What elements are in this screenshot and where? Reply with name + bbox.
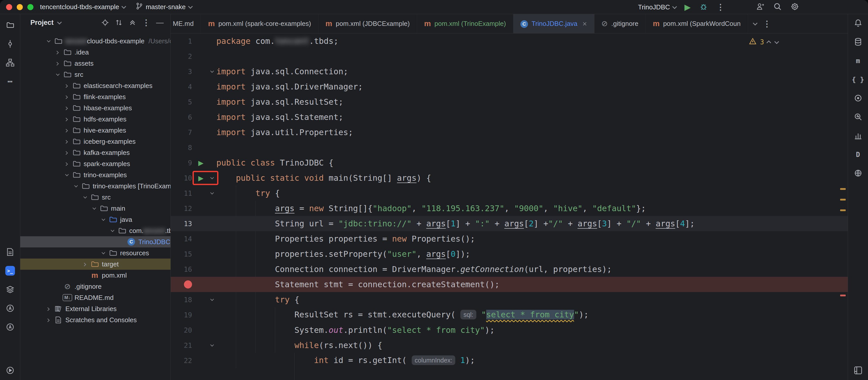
code-text[interactable]: try { — [216, 188, 848, 198]
more-tools-icon[interactable]: ⋯ — [4, 76, 16, 87]
line-number[interactable]: 19 — [171, 311, 195, 319]
dependencies-d-icon[interactable]: D — [852, 149, 864, 160]
line-number[interactable]: 4 — [171, 83, 195, 91]
line-number[interactable]: 13 — [171, 220, 195, 228]
chevron-right-icon[interactable] — [61, 129, 71, 131]
tree-item-hdfs-examples[interactable]: hdfs-examples — [20, 114, 170, 125]
fold-chevron-icon[interactable] — [207, 344, 216, 347]
line-number[interactable]: 9 — [171, 159, 195, 167]
chevron-down-icon[interactable] — [43, 40, 53, 42]
tree-item-resources[interactable]: resources — [20, 247, 170, 259]
close-button[interactable] — [6, 4, 12, 10]
chevron-down-icon[interactable] — [70, 185, 81, 187]
code-text[interactable]: public static void main(String[] args) { — [216, 173, 848, 183]
close-tab-icon[interactable]: × — [583, 20, 587, 28]
tab-pom-xml-jdbcexample[interactable]: mpom.xml (JDBCExample) — [318, 14, 417, 33]
chevron-right-icon[interactable] — [61, 118, 71, 120]
run-button[interactable]: ▶ — [684, 3, 691, 11]
fold-chevron-icon[interactable] — [207, 70, 216, 73]
settings-gear-icon[interactable] — [790, 2, 799, 12]
line-number[interactable]: 20 — [171, 326, 195, 334]
chevron-down-icon[interactable] — [89, 207, 99, 210]
code-text[interactable]: while(rs.next()) { — [216, 341, 848, 350]
line-number[interactable]: 1 — [171, 37, 195, 45]
commit-icon[interactable] — [4, 38, 16, 50]
tree-item-src[interactable]: src — [20, 192, 170, 203]
tree-item-trino-examples-trinoexample[interactable]: trino-examples [TrinoExample] — [20, 180, 170, 192]
chevron-right-icon[interactable] — [43, 319, 53, 321]
code-text[interactable]: try { — [216, 295, 848, 304]
project-panel-title[interactable]: Project — [30, 19, 54, 27]
run-anything-icon[interactable] — [4, 364, 16, 376]
minimize-button[interactable] — [17, 4, 23, 10]
chevron-down-icon[interactable] — [98, 252, 108, 254]
chevron-right-icon[interactable] — [43, 308, 53, 310]
line-number[interactable]: 3 — [171, 68, 195, 76]
line-number[interactable]: 12 — [171, 205, 195, 212]
line-number[interactable]: 22 — [171, 357, 195, 364]
code-text[interactable]: ResultSet rs = stmt.executeQuery( sql: "… — [216, 310, 848, 320]
chevron-right-icon[interactable] — [61, 95, 71, 98]
profiler-icon[interactable] — [852, 111, 864, 123]
code-text[interactable]: import java.sql.Connection; — [216, 67, 848, 76]
tree-item-kafka-examples[interactable]: kafka-examples — [20, 147, 170, 158]
vcs-branch-widget[interactable]: master-snake — [135, 2, 191, 12]
chevron-right-icon[interactable] — [61, 140, 71, 143]
notes-icon[interactable] — [4, 246, 16, 258]
line-number[interactable]: 21 — [171, 342, 195, 349]
line-number[interactable]: 8 — [171, 144, 195, 152]
tab-pom-xml-spark-core-examples[interactable]: mpom.xml (spark-core-examples) — [201, 14, 318, 33]
tree-item-assets[interactable]: assets — [20, 58, 170, 69]
gradle-icon[interactable] — [852, 92, 864, 104]
tree-item-cloud-tbds-example[interactable]: tencentcloud-tbds-example/Users/code/ten — [20, 35, 170, 47]
maven-m-icon[interactable]: m — [852, 55, 864, 66]
code-text[interactable]: public class TrinoJDBC { — [216, 158, 848, 168]
code-text[interactable]: Statement stmt = connection.createStatem… — [216, 280, 848, 289]
project-widget[interactable]: tencentcloud-tbds-example — [40, 3, 125, 11]
line-number[interactable]: 5 — [171, 98, 195, 106]
line-number[interactable]: 18 — [171, 296, 195, 304]
tree-item-spark-examples[interactable]: spark-examples — [20, 158, 170, 169]
tree-item-elasticsearch-examples[interactable]: elasticsearch-examples — [20, 80, 170, 91]
tree-item-trino-examples[interactable]: trino-examples — [20, 169, 170, 180]
chevron-right-icon[interactable] — [52, 51, 62, 54]
code-text[interactable]: import java.sql.DriverManager; — [216, 82, 848, 91]
line-number[interactable]: 6 — [171, 113, 195, 121]
tree-item-target[interactable]: target — [20, 259, 170, 270]
chevron-down-icon[interactable] — [98, 218, 108, 221]
tab-pom-xml-trinoexample[interactable]: mpom.xml (TrinoExample) — [417, 14, 513, 33]
tree-item-java[interactable]: java — [20, 214, 170, 225]
previous-problem-icon[interactable] — [766, 40, 771, 45]
line-number[interactable]: 14 — [171, 235, 195, 243]
line-number[interactable]: 11 — [171, 189, 195, 197]
code-text[interactable]: import java.sql.ResultSet; — [216, 97, 848, 107]
tree-item-external-libraries[interactable]: External Libraries — [20, 303, 170, 314]
code-text[interactable]: import java.sql.Statement; — [216, 112, 848, 122]
chevron-right-icon[interactable] — [80, 263, 90, 265]
tree-item-scratches-and-consoles[interactable]: Scratches and Consoles — [20, 314, 170, 325]
translate-globe-icon[interactable] — [852, 167, 864, 179]
code-braces-icon[interactable]: { } — [852, 74, 864, 85]
code-text[interactable]: String url = "jdbc:trino://" + args[1] +… — [216, 219, 848, 228]
notifications-bell-icon[interactable] — [852, 17, 864, 29]
tree-item-hbase-examples[interactable]: hbase-examples — [20, 103, 170, 114]
chevron-right-icon[interactable] — [61, 84, 71, 87]
database-icon[interactable] — [852, 36, 864, 48]
services-blue-icon[interactable]: >_ — [4, 265, 16, 276]
run-line-icon[interactable]: ▶ — [195, 159, 207, 166]
tree-item-iceberg-examples[interactable]: iceberg-examples — [20, 136, 170, 147]
tree-item-hive-examples[interactable]: hive-examples — [20, 125, 170, 136]
tab-options-kebab-icon[interactable]: ⋮ — [763, 19, 771, 29]
line-number[interactable]: 16 — [171, 265, 195, 273]
fold-chevron-icon[interactable] — [207, 298, 216, 301]
code-text[interactable]: import java.util.Properties; — [216, 127, 848, 137]
hidden-tabs-chevron-icon[interactable] — [753, 21, 757, 25]
endpoints-chart-icon[interactable] — [852, 130, 864, 142]
code-text[interactable]: int id = rs.getInt( columnIndex: 1); — [216, 355, 848, 366]
more-actions-kebab[interactable]: ⋮ — [716, 2, 724, 12]
chevron-right-icon[interactable] — [61, 107, 71, 109]
tab-gitignore[interactable]: ⊘.gitignore — [594, 14, 646, 33]
line-number[interactable]: 10 — [171, 174, 195, 182]
assistant-a-icon[interactable] — [4, 302, 16, 314]
breakpoint-dot[interactable] — [171, 281, 195, 289]
